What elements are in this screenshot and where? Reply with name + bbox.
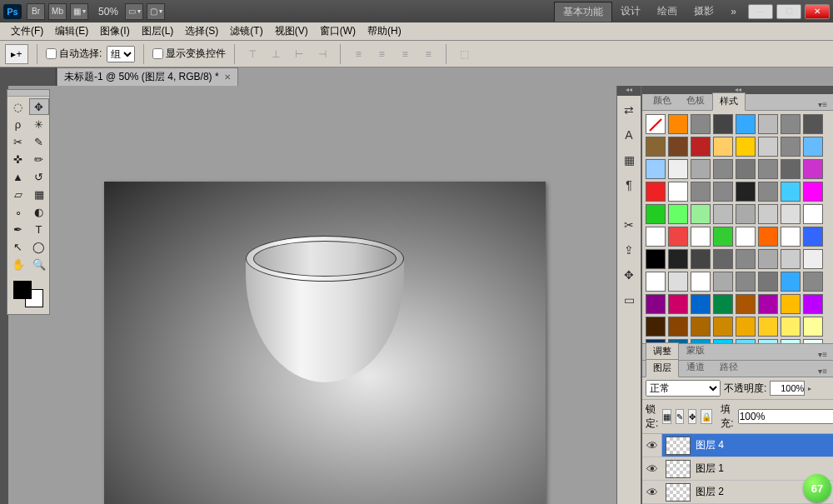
pen-tool[interactable]: ✒ [8,221,28,237]
dodge-tool[interactable]: ◐ [29,203,49,220]
style-swatch[interactable] [668,272,688,292]
visibility-eye-icon[interactable]: 👁 [642,462,662,476]
document-canvas[interactable] [104,182,546,504]
style-swatch[interactable] [646,204,666,224]
style-swatch[interactable] [646,317,666,337]
style-swatch[interactable] [668,227,688,247]
align-btn[interactable]: ⊣ [313,45,332,63]
style-swatch[interactable] [668,317,688,337]
color-swatches[interactable] [12,279,45,309]
style-swatch[interactable] [668,204,688,224]
style-swatch[interactable] [803,204,823,224]
arrange-dropdown[interactable]: ▭ [125,3,143,20]
dock-brush-icon[interactable]: ✂ [618,214,640,236]
style-swatch[interactable] [646,159,666,179]
menu-help[interactable]: 帮助(H) [362,24,407,38]
style-swatch[interactable] [781,249,801,269]
style-swatch[interactable] [758,182,778,202]
style-swatch[interactable] [758,249,778,269]
workspace-tab-photography[interactable]: 摄影 [686,2,722,21]
align-btn[interactable]: ⊢ [290,45,308,63]
show-transform-checkbox[interactable]: 显示变换控件 [152,47,226,61]
layer-thumbnail[interactable] [666,437,691,455]
dock-paragraph-icon[interactable]: ¶ [618,174,640,196]
tab-color[interactable]: 颜色 [646,92,679,110]
workspace-tab-painting[interactable]: 绘画 [649,2,686,21]
style-swatch[interactable] [736,137,756,157]
style-swatch[interactable] [713,317,733,337]
style-swatch[interactable] [713,272,733,292]
style-swatch[interactable] [691,159,711,179]
document-tab[interactable]: 未标题-1 @ 50% (图层 4, RGB/8) * ✕ [57,67,238,87]
style-swatch[interactable] [736,204,756,224]
style-swatch[interactable] [646,272,666,292]
dock-clone-icon[interactable]: ⇪ [618,239,640,261]
crop-tool[interactable]: ✂ [8,133,28,150]
style-swatch[interactable] [713,204,733,224]
style-swatch[interactable] [803,272,823,292]
layers-panel-menu-icon[interactable]: ▾≡ [812,366,833,377]
notification-badge[interactable]: 67 [803,474,831,502]
menu-filter[interactable]: 滤镜(T) [224,24,268,38]
menu-view[interactable]: 视图(V) [269,24,314,38]
zoom-level[interactable]: 50% [98,6,118,17]
style-swatch[interactable] [758,294,778,314]
align-btn[interactable]: ⊤ [243,45,262,63]
style-swatch[interactable] [646,182,666,202]
dock-character-icon[interactable]: A [618,124,640,146]
dock-actions-icon[interactable]: ▭ [618,289,640,311]
dock-history-icon[interactable]: ⇄ [618,99,640,121]
tab-styles[interactable]: 样式 [712,92,746,111]
style-swatch[interactable] [668,137,688,157]
visibility-eye-icon[interactable]: 👁 [642,486,662,499]
style-swatch[interactable] [781,137,801,157]
hand-tool[interactable]: ✋ [8,256,28,272]
style-swatch[interactable] [646,114,666,134]
style-swatch[interactable] [668,249,688,269]
foreground-color-swatch[interactable] [13,281,32,299]
gradient-tool[interactable]: ▦ [29,186,49,202]
style-swatch[interactable] [736,272,756,292]
lock-pixels-icon[interactable]: ✎ [676,409,684,424]
view-extras-dropdown[interactable]: ▦ [70,3,88,20]
style-swatch[interactable] [646,227,666,247]
blend-mode-select[interactable]: 正常 [646,380,721,397]
adjust-panel-menu-icon[interactable]: ▾≡ [812,349,833,360]
brush-tool[interactable]: ✏ [29,151,49,167]
style-swatch[interactable] [646,137,666,157]
style-swatch[interactable] [781,159,801,179]
styles-grid[interactable] [642,111,833,344]
style-swatch[interactable] [691,204,711,224]
tab-adjustments[interactable]: 调整 [646,342,679,361]
styles-panel-menu-icon[interactable]: ▾≡ [812,99,833,110]
style-swatch[interactable] [758,137,778,157]
minibridge-button[interactable]: Mb [48,3,67,20]
style-swatch[interactable] [781,272,801,292]
style-swatch[interactable] [691,317,711,337]
auto-select-target[interactable]: 组 [107,46,135,62]
current-tool-icon[interactable]: ▸+ [5,44,28,64]
style-swatch[interactable] [646,294,666,314]
heal-tool[interactable]: ✜ [8,151,28,167]
window-minimize-button[interactable]: — [748,4,773,19]
style-swatch[interactable] [668,159,688,179]
style-swatch[interactable] [803,227,823,247]
style-swatch[interactable] [758,227,778,247]
visibility-eye-icon[interactable]: 👁 [642,434,662,457]
style-swatch[interactable] [691,272,711,292]
style-swatch[interactable] [736,249,756,269]
style-swatch[interactable] [736,114,756,134]
fill-input[interactable] [738,409,833,424]
style-swatch[interactable] [736,159,756,179]
style-swatch[interactable] [646,249,666,269]
style-swatch[interactable] [781,317,801,337]
opacity-input[interactable] [770,381,805,396]
eraser-tool[interactable]: ▱ [8,186,28,202]
lock-transparency-icon[interactable]: ▦ [662,409,671,424]
style-swatch[interactable] [781,114,801,134]
style-swatch[interactable] [736,227,756,247]
path-select-tool[interactable]: ↖ [8,238,28,255]
menu-layer[interactable]: 图层(L) [136,24,180,38]
style-swatch[interactable] [758,317,778,337]
dock-nav-icon[interactable]: ✥ [618,264,640,286]
